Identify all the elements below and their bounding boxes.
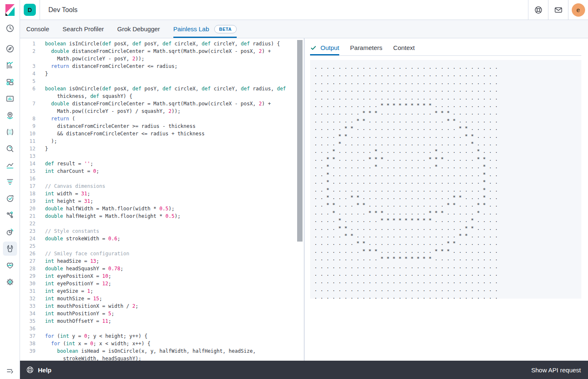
line-number: 9 [25,122,35,130]
sidebar-item-apm[interactable] [2,207,18,224]
ascii-row: . . * . . . . . . . . . . . . . . . . . … [314,171,581,178]
output-tab-label: Parameters [350,44,383,51]
tab-label: Console [26,25,49,32]
code-line[interactable]: 23// Style constants [20,227,304,235]
newsfeed-button[interactable] [548,0,568,20]
sidebar-item-graph[interactable] [2,140,18,157]
code-line[interactable]: 36 [20,325,304,332]
code-line[interactable]: 20double halfWidth = Math.floor(width * … [20,205,304,212]
ascii-row: . . * . . . . . . . . . . . . . . . . . … [314,186,581,194]
sidebar-item-discover[interactable] [2,40,18,57]
code-line[interactable]: 34int mouthPositionY = 5; [20,310,304,317]
code-line[interactable]: 22 [20,220,304,227]
code-line[interactable]: 33int mouthPositionX = width / 2; [20,302,304,310]
sidebar-item-metrics[interactable] [2,157,18,174]
ascii-row: . . . . . . . * * . . . . . . . . . . . … [314,117,581,125]
code-line[interactable]: 28double headSquashY = 0.78; [20,265,304,272]
code-line[interactable]: 26// Smiley face configuration [20,250,304,257]
code-line[interactable]: 9 distanceFromCircleCenter >= radius - t… [20,122,304,130]
code-line[interactable]: Math.pow((circleY - posY) / squashY, 2))… [20,107,304,115]
output-tab-output[interactable]: Output [310,40,339,55]
code-line[interactable]: 15int charCount = 0; [20,167,304,175]
code-text: for (int x = 0; x < width; x++) { [45,340,150,347]
kibana-logo[interactable] [0,0,20,20]
ascii-row: . . . . . . . . * * * . . . . . . . . . … [314,109,581,117]
sidebar-item-stack-monitoring[interactable] [2,257,18,274]
code-line[interactable]: thickness, def squashY) { [20,92,304,100]
output-tab-parameters[interactable]: Parameters [350,40,383,55]
output-tabs: OutputParametersContext [310,40,581,56]
sidebar-item-dev-tools[interactable] [2,240,18,257]
sidebar-item-visualize[interactable] [2,57,18,74]
user-menu-button[interactable]: e [568,0,588,20]
code-line[interactable]: 38 for (int x = 0; x < width; x++) { [20,340,304,347]
nav-collapse-toggle[interactable] [0,366,20,375]
code-line[interactable]: 18int width = 31; [20,190,304,197]
line-number: 8 [25,115,35,122]
code-line[interactable]: 19int height = 31; [20,197,304,205]
code-line[interactable]: 17// Canvas dimensions [20,182,304,190]
code-line[interactable]: 25 [20,242,304,250]
tab-console[interactable]: Console [26,20,49,38]
code-line[interactable]: 4} [20,70,304,77]
space-selector[interactable]: D [20,0,40,20]
code-text: double halfHeight = Math.floor(height * … [45,212,180,220]
code-line[interactable]: 30int eyePositionY = 12; [20,280,304,287]
tab-search-profiler[interactable]: Search Profiler [63,20,104,38]
code-line[interactable]: 1boolean isInCircle(def posX, def posY, … [20,40,304,47]
code-line[interactable]: 7 double distanceFromCircleCenter = Math… [20,100,304,107]
tab-label: Search Profiler [63,25,104,32]
sidebar-item-siem[interactable] [2,224,18,240]
recently-viewed-button[interactable] [2,20,18,37]
code-line[interactable]: 2 double distanceFromCircleCenter = Math… [20,47,304,55]
ascii-row: . . * * . . . * * . . . . . . . . . . . … [314,201,581,209]
code-line[interactable]: 11 ); [20,137,304,145]
line-number: 3 [25,62,35,70]
tab-grok-debugger[interactable]: Grok Debugger [117,20,160,38]
line-number: 10 [25,130,35,137]
code-line[interactable]: 3 return distanceFromCircleCenter <= rad… [20,62,304,70]
code-line[interactable]: 16 [20,175,304,182]
code-line[interactable]: 39 boolean isHead = isOnCircle(x, y, hal… [20,347,304,355]
sidebar-item-uptime[interactable] [2,190,18,207]
sidebar-item-dashboard[interactable] [2,74,18,90]
code-line[interactable]: 35int mouthOffsetY = 11; [20,317,304,325]
check-icon [310,45,317,51]
code-line[interactable]: 29int eyePositionX = 10; [20,272,304,280]
code-line[interactable]: 37for (int y = 0; y < height; y++) { [20,332,304,340]
code-text: int headSize = 13; [45,257,99,265]
sidebar-item-machine-learning[interactable] [2,124,18,140]
output-tab-context[interactable]: Context [393,40,415,55]
code-line[interactable]: 31int eyeSize = 1; [20,287,304,295]
code-line[interactable]: 6boolean isOnCircle(def posX, def posY, … [20,85,304,92]
line-number: 12 [25,145,35,152]
code-text: int mouthPositionX = width / 2; [45,302,138,310]
show-api-request-button[interactable]: Show API request [531,367,581,374]
code-line[interactable]: 5 [20,77,304,85]
code-editor[interactable]: 1boolean isInCircle(def posX, def posY, … [20,38,305,361]
code-line[interactable]: Math.pow(circleY - posY, 2)); [20,55,304,62]
code-line[interactable]: 21double halfHeight = Math.floor(height … [20,212,304,220]
bottom-bar: Help Show API request [20,361,588,379]
sidebar-item-management[interactable] [2,274,18,290]
code-line[interactable]: 12} [20,145,304,152]
code-line[interactable]: 24double strokeWidth = 0.6; [20,235,304,242]
code-line[interactable]: 14def result = ''; [20,160,304,167]
help-menu-button[interactable] [528,0,548,20]
editor-scrollbar[interactable] [297,40,303,242]
code-text: int mouthSize = 15; [45,295,102,302]
canvas-frame-icon [3,92,17,106]
help-button[interactable]: Help [26,366,52,374]
code-line[interactable]: 27int headSize = 13; [20,257,304,265]
code-line[interactable]: 8 return ( [20,115,304,122]
tab-painless-lab[interactable]: Painless LabBETA [173,20,237,38]
sidebar-item-canvas[interactable] [2,90,18,107]
sidebar-item-logs[interactable] [2,174,18,190]
code-line[interactable]: 32int mouthSize = 15; [20,295,304,302]
ascii-row: . . * . . . . . . . . . . . . . . . . . … [314,178,581,186]
code-line[interactable]: strokeWidth, headSquashY); [20,355,304,361]
code-line[interactable]: 10 && distanceFromCircleCenter <= radius… [20,130,304,137]
code-line[interactable]: 13 [20,152,304,160]
sidebar-item-maps[interactable] [2,107,18,124]
line-number: 1 [25,40,35,47]
